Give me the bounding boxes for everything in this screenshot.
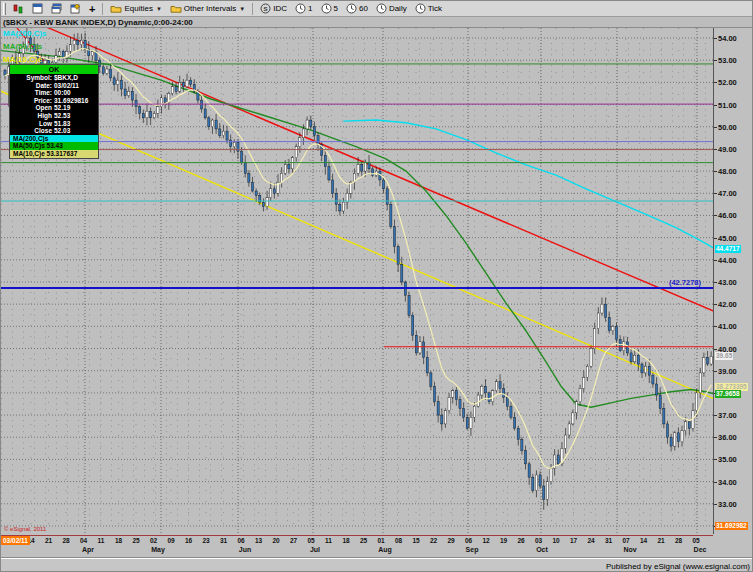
price-tick-mark bbox=[714, 459, 717, 460]
databox-row: Open52.19 bbox=[10, 104, 98, 112]
interval-5-label: 5 bbox=[334, 4, 338, 13]
other-intervals-dropdown[interactable]: Other Intervals ▼ bbox=[167, 2, 248, 16]
databox-rows: Symbol:$BKX,DDate:03/02/11Time:00:00Pric… bbox=[10, 74, 98, 135]
price-tick-mark bbox=[714, 304, 717, 305]
price-tick-label: 43.00 bbox=[718, 278, 737, 287]
chevron-down-icon: ▼ bbox=[156, 6, 162, 12]
price-marker: 39.65 bbox=[715, 352, 733, 360]
date-tick-label: 06 bbox=[460, 537, 478, 544]
interval-60-button[interactable]: 60 bbox=[343, 2, 371, 16]
databox-ma-rows: MA(200,C)sMA(50,C)s 53.43MA(10,C)e 53.31… bbox=[10, 135, 98, 158]
date-tick-label: 29 bbox=[442, 537, 460, 544]
price-tick-mark bbox=[714, 193, 717, 194]
esignal-window: + Equities ▼ Other Intervals ▼ S IDC bbox=[0, 0, 753, 572]
interval-daily-button[interactable]: Daily bbox=[373, 2, 410, 16]
folder-icon bbox=[170, 4, 182, 13]
date-tick-label: 08 bbox=[390, 537, 408, 544]
idc-label: IDC bbox=[273, 4, 287, 13]
date-tick-label: 31 bbox=[600, 537, 618, 544]
price-tick-label: 54.00 bbox=[718, 34, 737, 43]
price-marker: 44.4717 bbox=[715, 245, 741, 253]
date-tick-label: 05 bbox=[302, 537, 320, 544]
price-tick-label: 39.00 bbox=[718, 367, 737, 376]
price-tick-mark bbox=[714, 60, 717, 61]
status-bar: Published by eSignal (www.esignal.com) bbox=[1, 558, 753, 572]
price-tick-mark bbox=[714, 171, 717, 172]
price-tick-mark bbox=[714, 349, 717, 350]
equities-dropdown[interactable]: Equities ▼ bbox=[107, 2, 164, 16]
date-tick-label: 10 bbox=[547, 537, 565, 544]
price-axis[interactable]: 54.0053.0052.0051.0050.0049.0048.0047.00… bbox=[713, 28, 753, 534]
date-tick-label: 18 bbox=[110, 537, 128, 544]
price-tick-mark bbox=[714, 371, 717, 372]
price-tick-mark bbox=[714, 326, 717, 327]
date-tick-label: 24 bbox=[582, 537, 600, 544]
clock-icon bbox=[376, 3, 387, 14]
price-tick-mark bbox=[714, 482, 717, 483]
month-label: Oct bbox=[529, 546, 555, 553]
clock-icon bbox=[415, 3, 426, 14]
other-intervals-label: Other Intervals bbox=[184, 4, 236, 13]
date-tick-label: 03 bbox=[530, 537, 548, 544]
month-label: Jun bbox=[232, 546, 258, 553]
databox-row: Price:31.6929816 bbox=[10, 97, 98, 105]
candlestick-chart[interactable]: (42.7278)© eSignal, 2011 bbox=[1, 28, 713, 534]
price-tick-label: 44.00 bbox=[718, 256, 737, 265]
price-marker: 37.9658 bbox=[715, 390, 741, 398]
chart-area[interactable]: MA(200,C)s MA(50,C)s MA(10,C)e (42.7278)… bbox=[1, 28, 713, 534]
date-tick-label: 01 bbox=[372, 537, 390, 544]
study-label-ma10: MA(10,C)e bbox=[3, 55, 42, 64]
databox-header[interactable]: OK bbox=[10, 65, 98, 74]
price-tick-label: 50.00 bbox=[718, 123, 737, 132]
price-tick-mark bbox=[714, 215, 717, 216]
price-tick-label: 36.00 bbox=[718, 433, 737, 442]
price-tick-label: 41.00 bbox=[718, 322, 737, 331]
date-tick-label: 23 bbox=[197, 537, 215, 544]
month-label: Jul bbox=[302, 546, 328, 553]
price-tick-mark bbox=[714, 238, 717, 239]
chart-type-button[interactable] bbox=[10, 2, 27, 16]
date-tick-label: 17 bbox=[565, 537, 583, 544]
interval-1-button[interactable]: 1 bbox=[292, 2, 315, 16]
date-tick-label: 27 bbox=[285, 537, 303, 544]
candlestick-chart-icon bbox=[13, 3, 24, 14]
idc-button[interactable]: S IDC bbox=[257, 2, 290, 16]
date-tick-label: 20 bbox=[267, 537, 285, 544]
date-tick-label: 05 bbox=[687, 537, 705, 544]
cascade-windows-button[interactable] bbox=[48, 2, 65, 16]
date-tick-label: 25 bbox=[355, 537, 373, 544]
toolbar-grip[interactable] bbox=[3, 3, 6, 15]
databox-study-row: MA(200,C)s bbox=[10, 135, 98, 143]
published-label: Published by eSignal (www.esignal.com) bbox=[606, 562, 750, 571]
new-window-button[interactable] bbox=[67, 2, 84, 16]
price-tick-mark bbox=[714, 105, 717, 106]
clock-icon bbox=[346, 3, 357, 14]
interval-tick-button[interactable]: Tick bbox=[412, 2, 445, 16]
crosshair-date-label: 03/02/11 bbox=[1, 536, 30, 545]
date-tick-label: 21 bbox=[652, 537, 670, 544]
folder-icon bbox=[110, 4, 122, 13]
interval-60-label: 60 bbox=[359, 4, 368, 13]
interval-5-button[interactable]: 5 bbox=[318, 2, 341, 16]
time-axis[interactable]: 03/02/11 1421280411182502091623310613202… bbox=[1, 534, 753, 558]
databox-study-row: MA(10,C)e 53.317637 bbox=[10, 150, 98, 158]
date-tick-label: 26 bbox=[512, 537, 530, 544]
cascade-windows-icon bbox=[51, 3, 62, 14]
add-button[interactable]: + bbox=[86, 2, 98, 16]
interval-tick-label: Tick bbox=[428, 4, 442, 13]
price-tick-mark bbox=[714, 38, 717, 39]
price-tick-label: 45.00 bbox=[718, 234, 737, 243]
price-tick-label: 48.00 bbox=[718, 167, 737, 176]
price-tick-mark bbox=[714, 282, 717, 283]
date-tick-label: 28 bbox=[670, 537, 688, 544]
price-tick-mark bbox=[714, 127, 717, 128]
tile-windows-button[interactable] bbox=[29, 2, 46, 16]
date-tick-label: 28 bbox=[57, 537, 75, 544]
databox-row: Symbol:$BKX,D bbox=[10, 74, 98, 82]
date-tick-label: 22 bbox=[425, 537, 443, 544]
price-tick-label: 34.00 bbox=[718, 478, 737, 487]
price-tick-mark bbox=[714, 437, 717, 438]
axis-baseline bbox=[1, 535, 713, 536]
month-label: Aug bbox=[372, 546, 398, 553]
study-label-ma200: MA(200,C)s bbox=[3, 29, 47, 38]
